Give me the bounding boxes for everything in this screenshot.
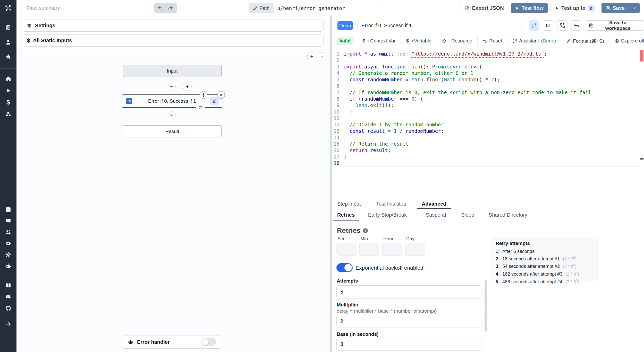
all-static-inputs-bar[interactable]: $ All Static Inputs [23,34,324,47]
calendar-icon[interactable] [0,206,16,213]
reset-button[interactable]: Reset [477,36,507,46]
code-line[interactable]: 9 Deno.exit(1); [332,102,644,109]
scrollbar[interactable] [485,280,487,332]
min-input[interactable] [359,243,379,256]
book-icon[interactable] [0,283,16,289]
flow-settings-bar[interactable]: Settings [23,20,324,32]
format-button[interactable]: Format (⌘+S) [561,36,609,46]
base-input[interactable] [336,338,481,351]
gear-icon[interactable] [0,252,16,258]
plus-icon [170,113,174,117]
cubes-icon[interactable] [0,111,16,117]
code-line[interactable]: 12 // Divide 1 by the random number [332,121,644,128]
stop-condition-button[interactable] [543,20,553,31]
save-button[interactable]: Save [601,3,629,13]
code-line[interactable]: 13 const result = 1 / randomNumber; [332,128,644,134]
code-editor[interactable]: 1import * as wmill from "https://deno.la… [332,47,644,199]
error-handler-box[interactable]: Error handler [123,336,221,349]
cursor-marker [640,158,643,160]
dollar-icon[interactable]: $ [0,99,16,106]
test-flow-button[interactable]: Test flow [511,3,548,13]
redo-button[interactable] [166,4,175,12]
info-icon[interactable]: i [363,228,368,233]
assistant-button[interactable]: Assistant (Deno) [507,36,561,46]
sec-input[interactable] [336,243,357,256]
play-icon[interactable] [0,87,16,94]
retries-toggle-button[interactable] [529,20,539,31]
explore-scripts-button[interactable]: Explore other s [609,36,644,46]
star-icon[interactable] [0,54,16,60]
code-line[interactable]: 5 const randomNumber = Math.floor(Math.r… [332,76,644,83]
zoom-in-button[interactable]: + [307,52,316,61]
panel-resize-handle[interactable] [330,16,332,352]
subtab-retries[interactable]: Retries [333,209,359,221]
flow-edge [172,108,172,111]
code-line[interactable]: 1import * as wmill from "https://deno.la… [332,51,644,57]
sleep-button[interactable] [571,20,581,31]
trigger-button[interactable] [183,82,192,91]
code-line[interactable]: 15 // Return the result [332,141,644,147]
flow-node-result[interactable]: Result [123,125,222,137]
code-line[interactable]: 18 [332,160,644,166]
code-line[interactable]: 2 [332,57,644,64]
flow-canvas[interactable]: + − Input TS Error if 0, Success if 1 d [16,49,330,352]
code-line[interactable]: 16 return result; [332,147,644,154]
user-icon[interactable] [0,39,16,45]
subtab-suspend[interactable]: Suspend [421,209,451,221]
flow-summary-input[interactable] [23,3,148,13]
multiplier-input[interactable] [336,315,481,328]
add-resource-button[interactable]: +Resource [437,36,477,46]
eye-icon[interactable] [0,240,16,247]
github-icon[interactable] [0,305,16,311]
save-dropdown-button[interactable] [629,3,640,13]
code-line[interactable]: 14 [332,134,644,141]
save-to-workspace-button[interactable]: Save to workspace [585,20,644,31]
hour-input[interactable] [382,243,402,256]
tab-test-this-step[interactable]: Test this step [372,199,411,209]
add-step-button[interactable] [168,83,176,90]
home-icon[interactable] [0,76,16,82]
discord-icon[interactable] [0,294,16,300]
attempts-label: Attempts [337,278,358,284]
user-group-icon[interactable] [0,229,16,235]
arrow-right-icon[interactable] [0,321,16,327]
tab-advanced[interactable]: Advanced [417,199,451,209]
bug-icon [128,339,133,345]
code-line[interactable]: 3export async function main(): Promise<n… [332,64,644,70]
attempts-input[interactable] [336,285,481,298]
code-line[interactable]: 17} [332,154,644,160]
flow-node-input[interactable]: Input [123,65,222,77]
subtab-early-stop[interactable]: Early Stop/Break [364,209,411,221]
code-line[interactable]: 8 if (randomNumber === 0) { [332,96,644,102]
undo-button[interactable] [156,4,165,12]
code-line[interactable]: 4 // Generate a random number, either 0 … [332,70,644,76]
code-line[interactable]: 6 [332,83,644,89]
folder-icon[interactable] [0,218,16,224]
zoom-out-button[interactable]: − [318,52,326,61]
code-line[interactable]: 7 // If randomNumber is 0, exit the scri… [332,89,644,96]
subtab-sleep[interactable]: Sleep [457,209,479,221]
windmill-logo[interactable] [0,4,16,12]
subtab-shared-directory[interactable]: Shared Directory [484,209,532,221]
tab-step-input[interactable]: Step Input [333,199,365,209]
day-input[interactable] [405,243,425,256]
exponential-backoff-toggle[interactable] [336,263,353,272]
code-line[interactable]: 11 [332,115,644,121]
test-up-to-button[interactable]: Test up to d [550,3,599,13]
hour-label: Hour [383,236,393,242]
add-context-var-button[interactable]: $ +Context Var [357,36,401,46]
add-step-button[interactable] [168,111,176,119]
export-json-button[interactable]: Export JSON [461,3,508,13]
building-icon[interactable] [0,25,16,31]
flow-node-step[interactable]: TS Error if 0, Success if 1 d [122,94,222,108]
code-line[interactable]: 10 } [332,109,644,115]
error-handler-toggle[interactable] [201,338,216,346]
move-node-button[interactable] [200,91,207,99]
robot-icon[interactable] [0,263,16,269]
retry-badge[interactable] [196,104,205,111]
delete-node-button[interactable] [217,91,225,99]
path-input[interactable] [274,3,377,13]
add-variable-button[interactable]: $ +Variable [401,36,437,46]
suspend-button[interactable] [557,20,567,31]
step-title-input[interactable] [358,20,522,31]
